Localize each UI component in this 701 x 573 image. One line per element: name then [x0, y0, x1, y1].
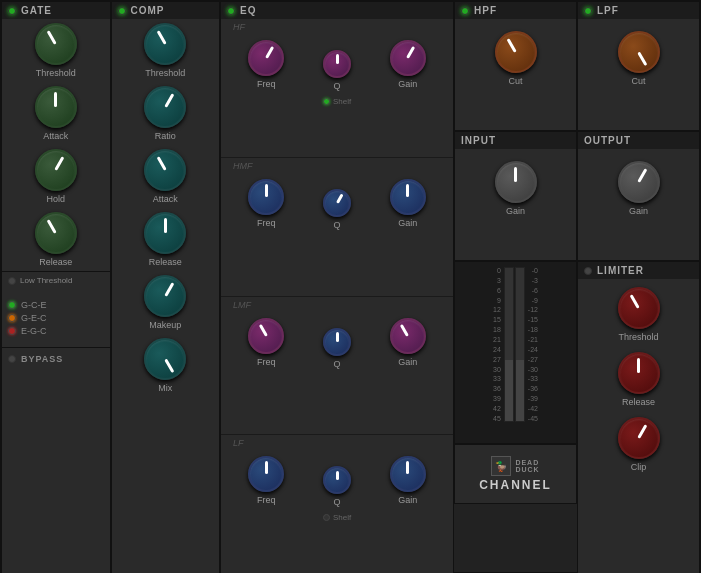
eq-lmf-freq-knob[interactable]	[248, 318, 284, 354]
eq-header: EQ	[221, 2, 453, 19]
vu-display: 0 3 6 9 12 15 18 21 24 27 30 33	[493, 267, 538, 422]
hpf-led[interactable]	[461, 7, 469, 15]
eq-lf-freq-knob[interactable]	[248, 456, 284, 492]
bypass-section: BYPASS	[2, 347, 110, 370]
gate-hold-knob[interactable]	[35, 149, 77, 191]
vu-scale-left: 0 3 6 9 12 15 18 21 24 27 30 33	[493, 267, 501, 422]
lpf-led[interactable]	[584, 7, 592, 15]
routing-gec[interactable]: G-E-C	[8, 313, 104, 323]
gate-hold-label: Hold	[46, 194, 65, 204]
eq-hmf-q-knob[interactable]	[323, 189, 351, 217]
comp-threshold-label: Threshold	[145, 68, 185, 78]
eq-lf-gain-label: Gain	[398, 495, 417, 505]
gate-attack-label: Attack	[43, 131, 68, 141]
eq-hf-gain-knob[interactable]	[390, 40, 426, 76]
dead-duck-row: 🦆 DEAD DUCK	[491, 456, 539, 476]
gate-threshold-knob[interactable]	[35, 23, 77, 65]
eq-lf-shelf-label: Shelf	[333, 513, 351, 522]
comp-title: COMP	[131, 5, 165, 16]
gate-threshold-knob-container: Threshold	[35, 23, 77, 78]
vu-bar-right	[515, 267, 525, 422]
vu-section: 0 3 6 9 12 15 18 21 24 27 30 33	[454, 261, 577, 444]
limiter-header: LIMITER	[578, 262, 699, 279]
eq-lmf-gain-label: Gain	[398, 357, 417, 367]
eq-lf-gain-knob[interactable]	[390, 456, 426, 492]
lpf-header: LPF	[578, 2, 699, 19]
eq-hmf-gain-knob[interactable]	[390, 179, 426, 215]
eq-lmf-knobs: Freq Q Gain	[221, 312, 453, 373]
eq-hf-q-knob[interactable]	[323, 50, 351, 78]
comp-mix-knob[interactable]	[144, 338, 186, 380]
routing-gce[interactable]: G-C-E	[8, 300, 104, 310]
eq-hf-shelf-led[interactable]	[323, 98, 330, 105]
gate-led[interactable]	[8, 7, 16, 15]
comp-ratio-knob-container: Ratio	[144, 86, 186, 141]
eq-inner: HF Freq Q Gain	[221, 19, 453, 573]
eq-hf-freq-container: Freq	[248, 40, 284, 89]
hpf-cut-knob-container: Cut	[495, 31, 537, 86]
dead-duck-text-col: DEAD DUCK	[515, 459, 539, 473]
output-gain-knob[interactable]	[618, 161, 660, 203]
eq-hmf-q-container: Q	[323, 189, 351, 230]
eq-lf-q-container: Q	[323, 466, 351, 507]
low-threshold-row: Low Threshold	[2, 271, 110, 289]
gate-release-knob[interactable]	[35, 212, 77, 254]
eq-lmf-freq-container: Freq	[248, 318, 284, 367]
eq-title: EQ	[240, 5, 256, 16]
eq-lf-shelf-led[interactable]	[323, 514, 330, 521]
eq-hf-gain-container: Gain	[390, 40, 426, 89]
comp-makeup-knob[interactable]	[144, 275, 186, 317]
limiter-release-knob[interactable]	[618, 352, 660, 394]
eq-led[interactable]	[227, 7, 235, 15]
eq-hf-shelf-label: Shelf	[333, 97, 351, 106]
comp-ratio-knob[interactable]	[144, 86, 186, 128]
eq-lmf-band: LMF Freq Q Gain	[221, 297, 453, 436]
lpf-cut-knob-container: Cut	[618, 31, 660, 86]
comp-threshold-knob-container: Threshold	[144, 23, 186, 78]
hpf-section: HPF Cut	[454, 1, 577, 131]
hpf-cut-knob[interactable]	[495, 31, 537, 73]
eq-hmf-freq-container: Freq	[248, 179, 284, 228]
eq-lmf-q-knob[interactable]	[323, 328, 351, 356]
comp-attack-label: Attack	[153, 194, 178, 204]
comp-led[interactable]	[118, 7, 126, 15]
lpf-section: LPF Cut	[577, 1, 700, 131]
eq-lmf-gain-container: Gain	[390, 318, 426, 367]
vu-scale-right: -0 -3 -6 -9 -12 -15 -18 -21 -24 -27 -30 …	[528, 267, 538, 422]
limiter-led[interactable]	[584, 267, 592, 275]
gate-header: GATE	[2, 2, 110, 19]
limiter-clip-knob[interactable]	[618, 417, 660, 459]
channel-text: CHANNEL	[479, 478, 552, 492]
limiter-section: LIMITER Threshold Release Clip	[577, 261, 700, 573]
eq-hmf-q-label: Q	[334, 220, 341, 230]
vu-bars	[504, 267, 525, 422]
comp-attack-knob-container: Attack	[144, 149, 186, 204]
eq-hmf-freq-knob[interactable]	[248, 179, 284, 215]
bypass-led[interactable]	[8, 355, 16, 363]
vu-left-col: 0 3 6 9 12 15 18 21 24 27 30 33	[454, 261, 577, 573]
input-gain-knob[interactable]	[495, 161, 537, 203]
limiter-threshold-knob[interactable]	[618, 287, 660, 329]
routing-gce-dot	[8, 301, 16, 309]
eq-lmf-q-label: Q	[334, 359, 341, 369]
eq-lmf-q-container: Q	[323, 328, 351, 369]
limiter-release-label: Release	[622, 397, 655, 407]
eq-lmf-gain-knob[interactable]	[390, 318, 426, 354]
comp-attack-knob[interactable]	[144, 149, 186, 191]
limiter-right-col: LIMITER Threshold Release Clip	[577, 261, 700, 573]
lpf-cut-knob[interactable]	[618, 31, 660, 73]
eq-hf-freq-knob[interactable]	[248, 40, 284, 76]
low-threshold-led[interactable]	[8, 277, 16, 285]
comp-threshold-knob[interactable]	[144, 23, 186, 65]
output-gain-label: Gain	[629, 206, 648, 216]
eq-hf-gain-label: Gain	[398, 79, 417, 89]
limiter-title: LIMITER	[597, 265, 644, 276]
routing-egc[interactable]: E-G-C	[8, 326, 104, 336]
eq-lf-q-knob[interactable]	[323, 466, 351, 494]
input-section: INPUT Gain	[454, 131, 577, 261]
hpf-header: HPF	[455, 2, 576, 19]
eq-lf-shelf: Shelf	[323, 513, 351, 522]
comp-release-knob[interactable]	[144, 212, 186, 254]
gate-attack-knob[interactable]	[35, 86, 77, 128]
comp-mix-knob-container: Mix	[144, 338, 186, 393]
